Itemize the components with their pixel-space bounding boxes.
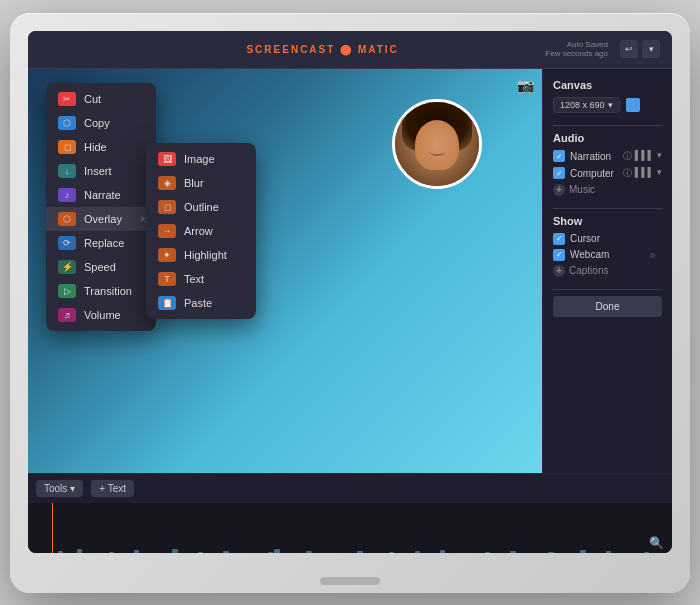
waveform-bar <box>109 552 114 553</box>
webcam-checkbox[interactable]: ✓ <box>553 249 565 261</box>
waveform-bar <box>134 550 139 553</box>
canvas-section: Canvas 1208 x 690 ▾ <box>553 79 662 113</box>
menu-item-outline[interactable]: ◻ Outline <box>146 195 256 219</box>
waveform-bar <box>485 552 490 553</box>
undo-button[interactable]: ↩ <box>620 40 638 58</box>
menu-item-speed[interactable]: ⚡ Speed <box>46 255 156 279</box>
audio-narration-item: ✓ Narration ⓘ ▌▌▌ ▾ <box>553 150 662 163</box>
waveform-bar <box>580 550 585 553</box>
menu-item-volume[interactable]: ♬ Volume <box>46 303 156 327</box>
canvas-row: 1208 x 690 ▾ <box>553 97 662 113</box>
overlay-submenu-arrow: › <box>141 213 144 224</box>
computer-level-icon: ▌▌▌ <box>635 167 654 180</box>
canvas-size-chevron: ▾ <box>608 100 613 110</box>
menu-item-overlay[interactable]: ⬡ Overlay › <box>46 207 156 231</box>
highlight-label: Highlight <box>184 249 227 261</box>
menu-item-paste[interactable]: 📋 Paste <box>146 291 256 315</box>
canvas-size-value: 1208 x 690 <box>560 100 605 110</box>
menu-item-highlight[interactable]: ✦ Highlight <box>146 243 256 267</box>
audio-computer-item: ✓ Computer ⓘ ▌▌▌ ▾ <box>553 167 662 180</box>
auto-saved-time: Few seconds ago <box>545 49 608 58</box>
copy-label: Copy <box>84 117 110 129</box>
canvas-size-select[interactable]: 1208 x 690 ▾ <box>553 97 620 113</box>
waveform-bar <box>268 552 273 553</box>
timeline-search-icon[interactable]: 🔍 <box>649 536 664 550</box>
person-smile <box>429 148 445 156</box>
insert-label: Insert <box>84 165 112 177</box>
cursor-checkbox[interactable]: ✓ <box>553 233 565 245</box>
computer-controls: ⓘ ▌▌▌ ▾ <box>623 167 662 180</box>
auto-saved-label: Auto Saved <box>545 40 608 49</box>
narration-settings-icon[interactable]: ▾ <box>657 150 662 163</box>
paste-icon: 📋 <box>158 296 176 310</box>
title-suffix: MATIC <box>358 44 399 55</box>
waveform-bar <box>223 551 228 553</box>
menu-item-insert[interactable]: ↓ Insert <box>46 159 156 183</box>
waveform-bar <box>440 550 445 553</box>
copy-icon: ⬡ <box>58 116 76 130</box>
transition-label: Transition <box>84 285 132 297</box>
waveform-bar <box>306 551 311 553</box>
arrow-label: Arrow <box>184 225 213 237</box>
tools-button[interactable]: Tools ▾ <box>36 480 83 497</box>
replace-icon: ⟳ <box>58 236 76 250</box>
narration-info-icon[interactable]: ⓘ <box>623 150 632 163</box>
transition-icon: ▷ <box>58 284 76 298</box>
volume-icon: ♬ <box>58 308 76 322</box>
menu-item-cut[interactable]: ✂ Cut <box>46 87 156 111</box>
outline-icon: ◻ <box>158 200 176 214</box>
add-captions-button[interactable]: + Captions <box>553 265 662 277</box>
more-options-button[interactable]: ▾ <box>642 40 660 58</box>
menu-item-arrow[interactable]: → Arrow <box>146 219 256 243</box>
show-webcam-item: ✓ Webcam » <box>553 249 662 261</box>
tools-label: Tools <box>44 483 67 494</box>
narration-label: Narration <box>570 151 618 162</box>
cut-icon: ✂ <box>58 92 76 106</box>
computer-settings-icon[interactable]: ▾ <box>657 167 662 180</box>
laptop-shell: SCREENCAST ⬤ MATIC Auto Saved Few second… <box>10 13 690 593</box>
computer-checkbox[interactable]: ✓ <box>553 167 565 179</box>
done-button[interactable]: Done <box>553 296 662 317</box>
image-label: Image <box>184 153 215 165</box>
computer-info-icon[interactable]: ⓘ <box>623 167 632 180</box>
overlay-icon: ⬡ <box>58 212 76 226</box>
menu-item-transition[interactable]: ▷ Transition <box>46 279 156 303</box>
overlay-label: Overlay <box>84 213 122 225</box>
narration-checkbox[interactable]: ✓ <box>553 150 565 162</box>
primary-context-menu: ✂ Cut ⬡ Copy ◻ Hide ↓ Insert <box>46 83 156 331</box>
menu-item-image[interactable]: 🖼 Image <box>146 147 256 171</box>
laptop-notch <box>320 577 380 585</box>
title-dot: ⬤ <box>340 44 353 55</box>
menu-item-text[interactable]: T Text <box>146 267 256 291</box>
waveform-bar <box>198 552 203 553</box>
menu-item-blur[interactable]: ◈ Blur <box>146 171 256 195</box>
right-panel: Canvas 1208 x 690 ▾ Audio ✓ <box>542 69 672 473</box>
add-music-icon: + <box>553 184 565 196</box>
waveform-bar <box>548 552 553 553</box>
image-icon: 🖼 <box>158 152 176 166</box>
canvas-color-swatch[interactable] <box>626 98 640 112</box>
narration-level-icon: ▌▌▌ <box>635 150 654 163</box>
audio-section: Audio ✓ Narration ⓘ ▌▌▌ ▾ ✓ Computer <box>553 132 662 196</box>
timeline-waveform <box>28 523 672 553</box>
paste-label: Paste <box>184 297 212 309</box>
waveform-bar <box>357 551 362 553</box>
menu-item-replace[interactable]: ⟳ Replace <box>46 231 156 255</box>
blur-label: Blur <box>184 177 204 189</box>
webcam-person <box>395 102 479 186</box>
blur-icon: ◈ <box>158 176 176 190</box>
expand-icon[interactable]: » <box>649 248 656 262</box>
toolbar-row: Tools ▾ + Text <box>28 473 672 503</box>
waveform-bar <box>58 551 63 553</box>
camera-icon: 📷 <box>517 77 534 93</box>
secondary-context-menu: 🖼 Image ◈ Blur ◻ Outline → Arrow <box>146 143 256 319</box>
laptop-screen: SCREENCAST ⬤ MATIC Auto Saved Few second… <box>28 31 672 553</box>
menu-item-narrate[interactable]: ♪ Narrate <box>46 183 156 207</box>
add-music-button[interactable]: + Music <box>553 184 662 196</box>
add-text-button[interactable]: + Text <box>91 480 134 497</box>
speed-label: Speed <box>84 261 116 273</box>
menu-item-hide[interactable]: ◻ Hide <box>46 135 156 159</box>
menu-item-copy[interactable]: ⬡ Copy <box>46 111 156 135</box>
audio-label: Audio <box>553 132 662 144</box>
app-title: SCREENCAST ⬤ MATIC <box>100 44 545 55</box>
